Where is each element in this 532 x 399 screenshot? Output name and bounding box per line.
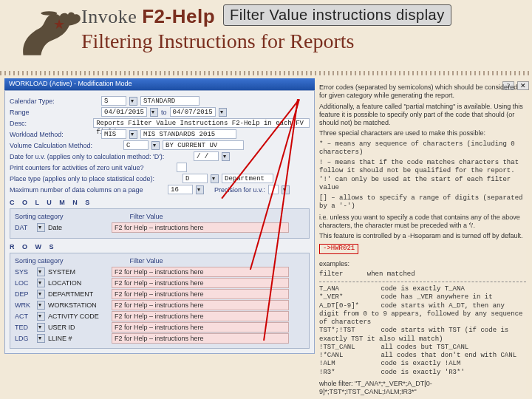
row-filter-input[interactable]: F2 for Help – instructions here <box>112 333 289 344</box>
range-to-word: to <box>161 109 167 116</box>
vcm-code[interactable]: C <box>123 140 149 150</box>
examples-title: examples: <box>319 260 526 268</box>
ex-h1: filter <box>319 270 343 278</box>
rows-h1: Sorting category <box>15 257 64 265</box>
row-code-dd[interactable] <box>37 334 45 343</box>
row-code-dd[interactable] <box>37 323 45 332</box>
help-b2: ! – means that if the code matches chara… <box>319 159 526 192</box>
range-label: Range <box>10 109 98 116</box>
help-b1: * – means any sequence of characters (in… <box>319 140 526 157</box>
app-screenshot: WORKLOAD (Active) - Modification Mode Ca… <box>4 78 315 393</box>
wm-code[interactable]: MIS <box>101 129 126 139</box>
help-p5: This feature is controlled by a -Hsopara… <box>319 232 526 240</box>
row-label: LLINE # <box>48 335 109 342</box>
row-label: WORKSTATION <box>48 301 109 309</box>
row-label: ACTIVITY CODE <box>48 313 109 320</box>
example-row: T_ANA code is exactly T_ANA <box>319 285 526 293</box>
row-code-dd[interactable] <box>37 290 45 299</box>
range-from[interactable]: 04/01/2015 <box>101 107 147 117</box>
columns-h1: Sorting category <box>15 213 64 220</box>
rows-heading: R O W S <box>10 243 310 250</box>
row-filter-input[interactable]: F2 for Help – instructions here <box>112 278 289 288</box>
dfuv-input[interactable]: / / <box>194 151 219 161</box>
help-p4: i.e. unless you want to specify a code t… <box>319 214 526 231</box>
row-filter-input[interactable]: F2 for Help – instructions here <box>112 267 289 277</box>
pt-name: Department <box>222 174 273 183</box>
row-code-dd[interactable] <box>37 312 45 321</box>
row-code[interactable]: SYS <box>15 268 34 276</box>
example-row: A_DT[0-9]* code starts with A_DT, then a… <box>319 302 526 327</box>
columns-panel: Sorting category Filter Value DAT Date F… <box>10 208 310 239</box>
pc-input[interactable] <box>177 163 187 172</box>
window-titlebar: WORKLOAD (Active) - Modification Mode <box>4 78 315 90</box>
wm-label: Workload Method: <box>10 131 98 138</box>
pc-label: Print counters for activities of zero un… <box>10 164 174 171</box>
slide-header: Invoke F2-Help Filter Value instructions… <box>0 0 532 68</box>
help-text-panel: Error codes (separated by semicolons) wh… <box>319 81 526 398</box>
max-dropdown[interactable] <box>196 185 204 194</box>
row-filter-input[interactable]: F2 for Help – instructions here <box>112 300 289 310</box>
example-row: !ALM code is exactly !ALM <box>319 360 526 368</box>
columns-heading: C O L U M N S <box>10 199 310 206</box>
row-code-dd[interactable] <box>37 301 45 310</box>
slide-subhead: Filtering Instructions for Reports <box>81 30 525 53</box>
help-p2: Additionally, a feature called "partial … <box>319 103 526 128</box>
example-row: TST*;!TST code starts with TST (if code … <box>319 327 526 344</box>
row-code-dd[interactable] <box>37 279 45 287</box>
invoke-word: Invoke <box>81 6 137 27</box>
example-row: !R3* code is exactly 'R3*' <box>319 369 526 377</box>
row-label: LOCATION <box>48 279 109 287</box>
wm-name: MIS STANDARDS 2015 <box>140 129 236 139</box>
rows-h2: Filter Value <box>130 257 163 265</box>
pt-label: Place type (applies only to place statis… <box>10 175 180 183</box>
dfuv-label: Date for u.v. (applies only to calculati… <box>10 153 191 160</box>
example-row: !*CANL all codes that don't end with CAN… <box>319 352 526 360</box>
ex-h2: when matched <box>367 270 415 278</box>
row-label: DEPARTMENT <box>48 290 109 298</box>
row-code[interactable]: LOC <box>15 279 34 287</box>
wm-dropdown[interactable] <box>129 130 137 139</box>
col-sort-code[interactable]: DAT <box>15 224 34 231</box>
range-to[interactable]: 04/07/2015 <box>170 107 216 117</box>
row-filter-input[interactable]: F2 for Help – instructions here <box>112 289 289 299</box>
filter-value-button[interactable]: Filter Value instructions display <box>223 4 451 26</box>
max-label: Maximum number of data columns on a page <box>10 186 165 194</box>
help-b3: [] – allows to specify a range of digits… <box>319 194 526 211</box>
cal-type-name: STANDARD <box>140 96 200 106</box>
row-code[interactable]: WRK <box>15 301 34 309</box>
row-code-dd[interactable] <box>37 267 45 276</box>
row-filter-input[interactable]: F2 for Help – instructions here <box>112 322 289 332</box>
vcm-label: Volume Calculation Method: <box>10 142 120 149</box>
pt-dropdown[interactable] <box>211 174 219 183</box>
barbed-wire-divider <box>0 71 532 75</box>
cal-type-dropdown[interactable] <box>129 97 137 106</box>
f2-help-label: F2-Help <box>142 5 215 27</box>
vcm-name: BY CURRENT UV <box>163 140 244 150</box>
cal-type-code[interactable]: S <box>101 96 126 106</box>
row-code[interactable]: TED <box>15 324 34 331</box>
col-sort-dd[interactable] <box>37 223 45 232</box>
cal-type-label: Calendar Type: <box>10 98 98 105</box>
columns-h2: Filter Value <box>130 213 163 220</box>
desc-label: Desc: <box>10 120 90 127</box>
example-row: !TST_CANL all codes but TST_CANL <box>319 344 526 352</box>
max-input[interactable]: 16 <box>168 185 193 194</box>
help-p3: Three special characters are used to mak… <box>319 129 526 137</box>
row-code[interactable]: DEP <box>15 290 34 298</box>
example-row: *_VER* code has _VER anywhere in it <box>319 293 526 301</box>
row-label: SYSTEM <box>48 268 109 276</box>
row-label: USER ID <box>48 324 109 331</box>
pt-code[interactable]: D <box>183 174 208 183</box>
col-sort-name: Date <box>48 224 109 231</box>
help-whole: whole filter: "T_ANA*;*_VER*;A_DT[0-9]*;… <box>319 380 526 397</box>
help-command: ->HWR021 <box>319 244 358 253</box>
help-p1: Error codes (separated by semicolons) wh… <box>319 83 526 100</box>
row-code[interactable]: LDG <box>15 335 34 342</box>
prec-label: Precision for u.v.: <box>214 186 265 194</box>
row-filter-input[interactable]: F2 for Help – instructions here <box>112 311 289 321</box>
range-from-picker[interactable] <box>150 108 158 117</box>
dfuv-picker[interactable] <box>222 152 230 161</box>
vcm-dropdown[interactable] <box>151 141 160 150</box>
range-to-picker[interactable] <box>219 108 227 117</box>
row-code[interactable]: ACT <box>15 313 34 320</box>
